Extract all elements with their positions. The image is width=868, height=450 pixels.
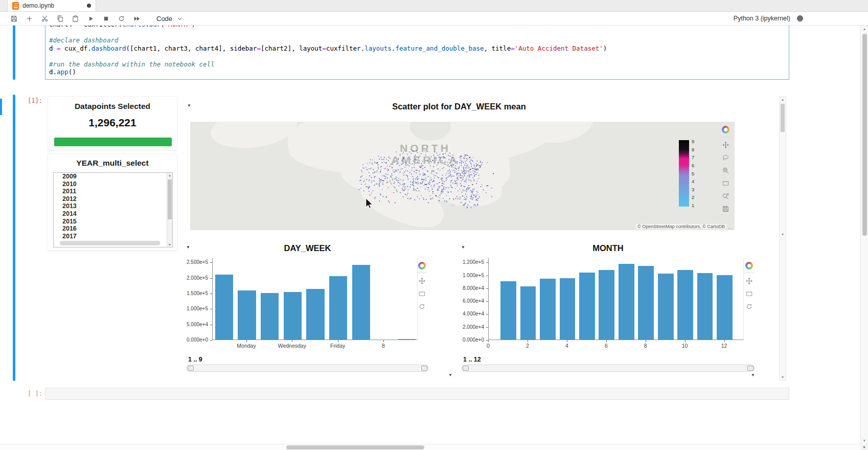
box-select-icon[interactable] [720, 178, 730, 188]
year-multi-select-listbox[interactable]: 200920102011201220132014201520162017 ▲ ▼ [53, 172, 173, 248]
box-select-icon[interactable] [744, 288, 754, 299]
year-list-horizontal-scroll-thumb[interactable] [60, 241, 160, 245]
bar-7[interactable] [619, 264, 634, 340]
year-option-2017[interactable]: 2017 [54, 233, 172, 240]
reset-icon[interactable] [744, 301, 754, 311]
bar-9[interactable] [658, 274, 674, 340]
y-tick-label: 1.200e+5 [458, 259, 484, 265]
collapse-caret-icon[interactable]: ▼ [448, 373, 452, 377]
restart-run-all-button[interactable] [130, 12, 144, 25]
dashboard-scrollbar-top[interactable]: ▲ ▼ [779, 96, 786, 238]
year-list-scroll-thumb[interactable] [168, 179, 172, 219]
bokeh-toolbar [744, 260, 754, 311]
scroll-up-icon[interactable]: ▲ [861, 27, 868, 31]
kernel-name[interactable]: Python 3 (ipykernel) [734, 15, 790, 22]
slider-handle-left[interactable] [463, 366, 469, 371]
dashboard-scrollbar-bottom[interactable]: ▼ [779, 239, 786, 380]
bar-2[interactable] [520, 286, 536, 340]
box-select-icon[interactable] [417, 288, 427, 299]
paste-cells-button[interactable] [68, 12, 82, 25]
year-option-2014[interactable]: 2014 [54, 210, 172, 218]
slider-handle-right[interactable] [747, 366, 753, 371]
bar-11[interactable] [697, 273, 713, 340]
bar-2[interactable] [238, 290, 256, 340]
bar-4[interactable] [560, 278, 576, 340]
bar-8[interactable] [638, 266, 654, 340]
box-zoom-icon[interactable] [720, 165, 730, 175]
tab-demo-ipynb[interactable]: demo.ipynb [7, 0, 96, 11]
chart-title: MONTH [458, 243, 758, 253]
bar-3[interactable] [261, 293, 279, 340]
window-horizontal-scrollbar[interactable] [0, 444, 860, 450]
sidebar-active-indicator [0, 99, 2, 115]
slider-handle-right[interactable] [421, 366, 427, 371]
year-option-2011[interactable]: 2011 [54, 188, 172, 195]
scroll-down-icon[interactable]: ▼ [780, 375, 786, 379]
cell-type-dropdown[interactable]: Code [153, 14, 187, 24]
bar-1[interactable] [215, 275, 234, 340]
bar-9[interactable] [398, 339, 416, 340]
interrupt-kernel-button[interactable] [99, 12, 113, 25]
pan-icon[interactable] [744, 276, 754, 286]
restart-kernel-button[interactable] [115, 12, 128, 25]
input-collapser[interactable] [13, 26, 15, 80]
reset-icon[interactable] [417, 301, 427, 311]
save-button[interactable] [7, 12, 21, 25]
range-label: 1 .. 9 [188, 356, 202, 363]
scatter-points-canvas[interactable] [190, 122, 735, 230]
x-tick-label: 8 [360, 343, 406, 349]
year-option-2009[interactable]: 2009 [54, 173, 172, 181]
y-tick-label: 2.500e+5 [183, 259, 208, 265]
bar-1[interactable] [500, 281, 516, 340]
bar-12[interactable] [717, 275, 733, 340]
lasso-select-icon[interactable] [720, 152, 730, 163]
copy-cells-button[interactable] [53, 12, 67, 25]
window-hscroll-thumb[interactable] [286, 445, 424, 449]
year-option-2016[interactable]: 2016 [54, 225, 172, 233]
output-collapser[interactable] [13, 95, 15, 381]
year-option-2015[interactable]: 2015 [54, 218, 172, 226]
window-vertical-scrollbar[interactable]: ▲ ▼ [860, 26, 868, 444]
map-plot-area[interactable]: NORTH AMERICA 987654321 © OpenStreetMap … [190, 122, 735, 230]
bar-6[interactable] [599, 270, 614, 340]
scroll-down-icon[interactable]: ▼ [861, 439, 868, 442]
bar-10[interactable] [677, 270, 693, 340]
year-option-2012[interactable]: 2012 [54, 195, 172, 203]
year-select-title: YEAR_multi_select [48, 159, 177, 168]
code-line: d.app() [49, 68, 789, 76]
month-range-slider[interactable] [462, 365, 755, 372]
collapse-caret-icon[interactable]: ▼ [751, 373, 755, 377]
scroll-down-icon[interactable]: ▼ [780, 233, 786, 236]
bar-4[interactable] [284, 292, 302, 340]
day-week-plot-area[interactable] [212, 258, 418, 340]
code-line: #declare dashboard [49, 36, 789, 44]
month-plot-area[interactable] [488, 258, 744, 340]
wheel-zoom-icon[interactable] [720, 191, 730, 201]
run-cell-button[interactable] [84, 12, 98, 25]
bar-5[interactable] [579, 273, 595, 340]
insert-cell-below-button[interactable] [22, 12, 36, 25]
bar-5[interactable] [306, 289, 325, 340]
map-title: Scatter plot for DAY_WEEK mean [183, 102, 735, 111]
bar-3[interactable] [540, 279, 556, 340]
pan-icon[interactable] [417, 276, 427, 286]
bar-6[interactable] [329, 276, 348, 340]
empty-code-cell[interactable] [45, 388, 789, 400]
slider-handle-left[interactable] [188, 366, 194, 371]
scroll-up-icon[interactable]: ▲ [167, 173, 172, 177]
year-option-2013[interactable]: 2013 [54, 202, 172, 210]
bar-7[interactable] [352, 265, 371, 340]
save-tool-icon[interactable] [720, 204, 730, 214]
tab-dirty-indicator[interactable] [87, 4, 91, 8]
code-cell-editor[interactable]: chart4 = cuxfilter.charts.bar('MONTH')#d… [45, 26, 789, 80]
pan-icon[interactable] [720, 140, 730, 150]
window-scroll-thumb[interactable] [862, 34, 867, 236]
year-option-2010[interactable]: 2010 [54, 181, 172, 188]
scroll-down-icon[interactable]: ▼ [167, 243, 172, 246]
day-week-range-slider[interactable] [187, 365, 428, 372]
cut-cells-button[interactable] [38, 12, 52, 25]
year-list-vertical-scrollbar[interactable]: ▲ ▼ [167, 173, 172, 247]
scroll-up-icon[interactable]: ▲ [780, 98, 786, 101]
dashboard-scroll-thumb[interactable] [781, 104, 785, 132]
map-attribution[interactable]: © OpenStreetMap contributors, © CartoDB [636, 224, 726, 229]
